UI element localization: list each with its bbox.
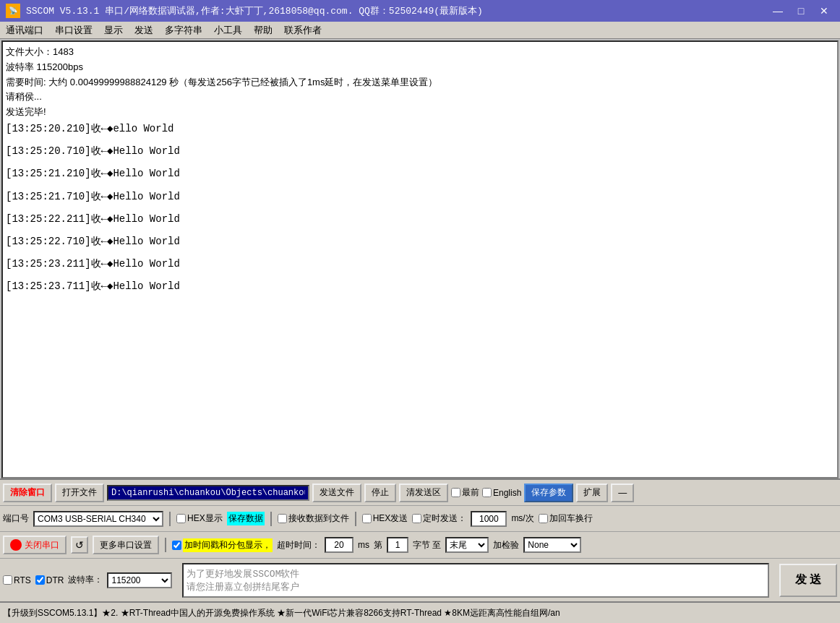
hex-display-checkbox[interactable] bbox=[176, 514, 186, 523]
send-file-button[interactable]: 发送文件 bbox=[312, 484, 361, 502]
close-button[interactable]: ✕ bbox=[814, 2, 834, 20]
console-line: 需要时间: 大约 0.00499999988824129 秒（每发送256字节已… bbox=[6, 75, 834, 90]
add-crlf-label[interactable]: 加回车换行 bbox=[539, 512, 593, 525]
console-line: [13:25:21.210]收←◆Hello World bbox=[6, 165, 834, 183]
timed-interval-input[interactable] bbox=[471, 511, 507, 527]
console-line: 文件大小：1483 bbox=[6, 45, 834, 60]
rts-label[interactable]: RTS bbox=[3, 575, 31, 585]
timed-send-checkbox[interactable] bbox=[412, 514, 421, 523]
timestamp-checkbox[interactable] bbox=[172, 541, 181, 550]
port-label: 端口号 bbox=[3, 512, 29, 525]
checksum-label: 加检验 bbox=[493, 539, 519, 551]
console-line: [13:25:20.710]收←◆Hello World bbox=[6, 142, 834, 160]
english-checkbox-label[interactable]: English bbox=[482, 488, 521, 498]
menu-item-通讯端口[interactable]: 通讯端口 bbox=[0, 22, 49, 38]
title-text: SSCOM V5.13.1 串口/网络数据调试器,作者:大虾丁丁,2618058… bbox=[26, 4, 768, 17]
separator4 bbox=[165, 538, 166, 552]
console-line: [13:25:22.211]收←◆Hello World bbox=[6, 210, 834, 228]
port-settings-row: 端口号 COM3 USB-SERIAL CH340 HEX显示 保存数据 接收数… bbox=[0, 506, 840, 532]
add-crlf-checkbox[interactable] bbox=[539, 514, 548, 523]
english-checkbox[interactable] bbox=[482, 488, 492, 497]
packet-num-label: 第 bbox=[374, 539, 382, 551]
more-button[interactable]: — bbox=[611, 484, 634, 502]
recv-to-file-label[interactable]: 接收数据到文件 bbox=[278, 512, 349, 525]
clear-send-button[interactable]: 清发送区 bbox=[399, 484, 448, 502]
hex-send-checkbox[interactable] bbox=[362, 514, 372, 523]
console-line: [13:25:23.711]收←◆Hello World bbox=[6, 278, 834, 296]
stop-button[interactable]: 停止 bbox=[364, 484, 396, 502]
port-control-row: 关闭串口 ↺ 更多串口设置 加时间戳和分包显示， 超时时间： ms 第 字节 至… bbox=[0, 532, 840, 558]
maximize-button[interactable]: □ bbox=[791, 2, 811, 20]
console-area[interactable]: 文件大小：1483波特率 115200bps需要时间: 大约 0.0049999… bbox=[1, 40, 839, 478]
port-select[interactable]: COM3 USB-SERIAL CH340 bbox=[33, 511, 163, 527]
packet-num-input[interactable] bbox=[387, 537, 408, 553]
close-port-button[interactable]: 关闭串口 bbox=[3, 536, 67, 554]
expand-button[interactable]: 扩展 bbox=[576, 484, 608, 502]
title-bar: 📡 SSCOM V5.13.1 串口/网络数据调试器,作者:大虾丁丁,26180… bbox=[0, 0, 840, 22]
recv-to-file-checkbox[interactable] bbox=[278, 514, 287, 523]
console-line: 请稍侯... bbox=[6, 90, 834, 105]
title-controls: — □ ✕ bbox=[768, 2, 834, 20]
save-params-button[interactable]: 保存参数 bbox=[524, 484, 573, 502]
minimize-button[interactable]: — bbox=[768, 2, 788, 20]
console-line: [13:25:20.210]收←◆ello World bbox=[6, 120, 834, 138]
baud-select[interactable]: 115200 bbox=[107, 572, 172, 588]
console-line: 发送完毕! bbox=[6, 105, 834, 120]
separator1 bbox=[169, 512, 171, 526]
menu-item-串口设置[interactable]: 串口设置 bbox=[49, 22, 98, 38]
send-button[interactable]: 发 送 bbox=[779, 564, 837, 597]
menu-item-帮助[interactable]: 帮助 bbox=[248, 22, 278, 38]
menu-item-小工具[interactable]: 小工具 bbox=[208, 22, 248, 38]
timeout-input[interactable] bbox=[325, 537, 353, 553]
separator2 bbox=[270, 512, 272, 526]
rts-checkbox[interactable] bbox=[3, 575, 12, 585]
open-file-button[interactable]: 打开文件 bbox=[55, 484, 104, 502]
menu-item-多字符串[interactable]: 多字符串 bbox=[159, 22, 208, 38]
save-data-button[interactable]: 保存数据 bbox=[227, 512, 265, 525]
port-status-indicator bbox=[10, 539, 22, 551]
send-text-area[interactable]: 为了更好地发展SSCOM软件请您注册嘉立创拼结尾客户 bbox=[182, 563, 769, 598]
file-path-input[interactable] bbox=[107, 485, 309, 501]
timed-unit-label: ms/次 bbox=[511, 512, 533, 525]
end-select[interactable]: 末尾 bbox=[445, 537, 489, 553]
clear-window-button[interactable]: 清除窗口 bbox=[3, 484, 52, 502]
refresh-button[interactable]: ↺ bbox=[71, 536, 88, 554]
status-text: 【升级到SSCOM5.13.1】★2. ★RT-Thread中国人的开源免费操作… bbox=[3, 607, 560, 619]
send-row: RTS DTR 波特率： 115200 为了更好地发展SSCOM软件请您注册嘉立… bbox=[0, 558, 840, 601]
menu-item-发送[interactable]: 发送 bbox=[129, 22, 159, 38]
baud-label: 波特率： bbox=[68, 574, 103, 586]
checksum-select[interactable]: None bbox=[523, 537, 581, 553]
menu-item-显示[interactable]: 显示 bbox=[98, 22, 129, 38]
hex-send-label[interactable]: HEX发送 bbox=[362, 512, 408, 525]
separator3 bbox=[355, 512, 356, 526]
more-ports-button[interactable]: 更多串口设置 bbox=[93, 536, 159, 554]
send-area-text: 为了更好地发展SSCOM软件请您注册嘉立创拼结尾客户 bbox=[184, 564, 768, 596]
bottom-toolbar: 清除窗口 打开文件 发送文件 停止 清发送区 最前 English 保存参数 扩… bbox=[0, 478, 840, 601]
console-line: [13:25:22.710]收←◆Hello World bbox=[6, 233, 834, 251]
timestamp-checkbox-label[interactable]: 加时间戳和分包显示， bbox=[172, 538, 273, 552]
last-checkbox-label[interactable]: 最前 bbox=[451, 486, 479, 499]
hex-display-label[interactable]: HEX显示 bbox=[176, 512, 223, 525]
last-checkbox[interactable] bbox=[451, 488, 460, 497]
console-line: [13:25:23.211]收←◆Hello World bbox=[6, 255, 834, 273]
timeout-label: 超时时间： bbox=[277, 539, 320, 551]
menu-item-联系作者[interactable]: 联系作者 bbox=[278, 22, 327, 38]
status-bar: 【升级到SSCOM5.13.1】★2. ★RT-Thread中国人的开源免费操作… bbox=[0, 601, 840, 623]
send-file-row: 清除窗口 打开文件 发送文件 停止 清发送区 最前 English 保存参数 扩… bbox=[0, 480, 840, 506]
app-icon: 📡 bbox=[6, 4, 20, 18]
dtr-label[interactable]: DTR bbox=[35, 575, 64, 585]
console-line: [13:25:21.710]收←◆Hello World bbox=[6, 188, 834, 206]
timed-send-label[interactable]: 定时发送： bbox=[412, 512, 466, 525]
timeout-unit-label: ms bbox=[358, 540, 369, 550]
menu-bar: 通讯端口串口设置显示发送多字符串小工具帮助联系作者 bbox=[0, 22, 840, 39]
console-line: 波特率 115200bps bbox=[6, 60, 834, 75]
dtr-checkbox[interactable] bbox=[35, 575, 45, 585]
byte-label: 字节 至 bbox=[413, 539, 441, 551]
